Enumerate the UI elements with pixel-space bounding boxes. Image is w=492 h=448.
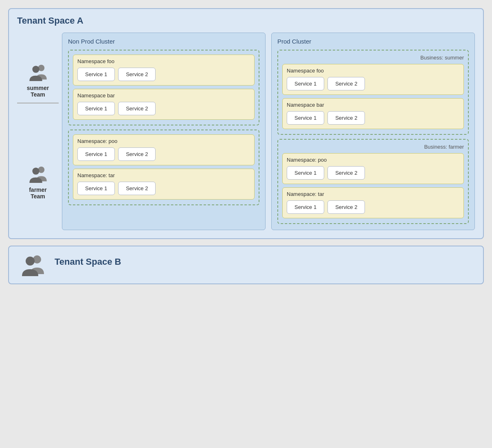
farmer-team-name: farmerTeam xyxy=(29,187,47,200)
service-box: Service 1 xyxy=(77,182,115,195)
non-prod-ns-foo-title: Namespace foo xyxy=(77,58,250,64)
prod-ns-foo-title: Namespace foo xyxy=(287,68,459,74)
service-box: Service 2 xyxy=(118,68,156,81)
tenant-b-team-icon xyxy=(19,254,47,276)
service-box: Service 1 xyxy=(77,102,115,115)
svg-point-1 xyxy=(32,66,39,73)
svg-point-5 xyxy=(26,257,35,266)
tenant-a-title: Tenant Space A xyxy=(17,15,475,26)
service-box: Service 1 xyxy=(77,147,115,161)
non-prod-ns-tar: Namespace: tar Service 1 Service 2 xyxy=(73,169,255,200)
non-prod-ns-bar-title: Namespace bar xyxy=(77,92,250,99)
non-prod-farmer-section: Namespace: poo Service 1 Service 2 Names… xyxy=(68,130,259,205)
tenant-b-title: Tenant Space B xyxy=(55,257,121,267)
prod-ns-poo: Namespace: poo Service 1 Service 2 xyxy=(282,153,464,184)
svg-point-3 xyxy=(32,167,39,174)
tenant-space-b: Tenant Space B xyxy=(8,246,484,284)
farmer-team-block: farmerTeam xyxy=(17,165,59,200)
prod-ns-tar-title: Namespace: tar xyxy=(287,191,459,197)
prod-ns-bar: Namespace bar Service 1 Service 2 xyxy=(282,98,464,129)
prod-ns-foo-services: Service 1 Service 2 xyxy=(287,77,459,90)
service-box: Service 2 xyxy=(118,182,156,195)
summer-team-name: summerTeam xyxy=(27,85,49,98)
summer-team-icon xyxy=(27,63,49,81)
non-prod-ns-poo: Namespace: poo Service 1 Service 2 xyxy=(73,134,255,165)
page-wrapper: Tenant Space A summerTeam xyxy=(8,8,484,284)
prod-farmer-business-label: Business: farmer xyxy=(282,144,464,150)
non-prod-ns-bar-services: Service 1 Service 2 xyxy=(77,102,250,115)
non-prod-cluster: Non Prod Cluster Namespace foo Service 1… xyxy=(62,33,266,230)
prod-ns-poo-services: Service 1 Service 2 xyxy=(287,166,459,180)
service-box: Service 2 xyxy=(118,147,156,161)
non-prod-ns-foo: Namespace foo Service 1 Service 2 xyxy=(73,55,255,86)
service-box: Service 1 xyxy=(287,77,324,90)
non-prod-ns-tar-title: Namespace: tar xyxy=(77,172,250,178)
summer-team-block: summerTeam xyxy=(17,63,59,103)
prod-farmer-section: Business: farmer Namespace: poo Service … xyxy=(277,139,469,224)
non-prod-summer-section: Namespace foo Service 1 Service 2 Namesp… xyxy=(68,50,259,125)
prod-summer-business-label: Business: summer xyxy=(282,55,464,61)
prod-cluster: Prod Cluster Business: summer Namespace … xyxy=(271,33,475,230)
prod-ns-foo: Namespace foo Service 1 Service 2 xyxy=(282,64,464,95)
non-prod-ns-foo-services: Service 1 Service 2 xyxy=(77,68,250,81)
service-box: Service 2 xyxy=(327,111,365,125)
non-prod-ns-bar: Namespace bar Service 1 Service 2 xyxy=(73,89,255,120)
non-prod-cluster-title: Non Prod Cluster xyxy=(68,38,259,45)
prod-cluster-title: Prod Cluster xyxy=(277,38,469,45)
prod-ns-bar-services: Service 1 Service 2 xyxy=(287,111,459,125)
service-box: Service 2 xyxy=(327,77,365,90)
service-box: Service 1 xyxy=(287,166,324,180)
non-prod-ns-poo-title: Namespace: poo xyxy=(77,138,250,144)
service-box: Service 2 xyxy=(327,200,365,214)
service-box: Service 2 xyxy=(327,166,365,180)
non-prod-ns-poo-services: Service 1 Service 2 xyxy=(77,147,250,161)
service-box: Service 2 xyxy=(118,102,156,115)
service-box: Service 1 xyxy=(77,68,115,81)
service-box: Service 1 xyxy=(287,111,324,125)
prod-ns-poo-title: Namespace: poo xyxy=(287,157,459,163)
clusters-area: Non Prod Cluster Namespace foo Service 1… xyxy=(62,33,475,230)
non-prod-ns-tar-services: Service 1 Service 2 xyxy=(77,182,250,195)
prod-ns-tar: Namespace: tar Service 1 Service 2 xyxy=(282,187,464,218)
tenant-a-inner: summerTeam farmerTeam Non Pr xyxy=(17,33,475,230)
farmer-team-icon xyxy=(27,165,49,183)
service-box: Service 1 xyxy=(287,200,324,214)
prod-ns-bar-title: Namespace bar xyxy=(287,102,459,108)
tenant-a-sidebar: summerTeam farmerTeam xyxy=(17,33,62,230)
prod-ns-tar-services: Service 1 Service 2 xyxy=(287,200,459,214)
prod-summer-section: Business: summer Namespace foo Service 1… xyxy=(277,50,469,135)
tenant-space-a: Tenant Space A summerTeam xyxy=(8,8,484,239)
